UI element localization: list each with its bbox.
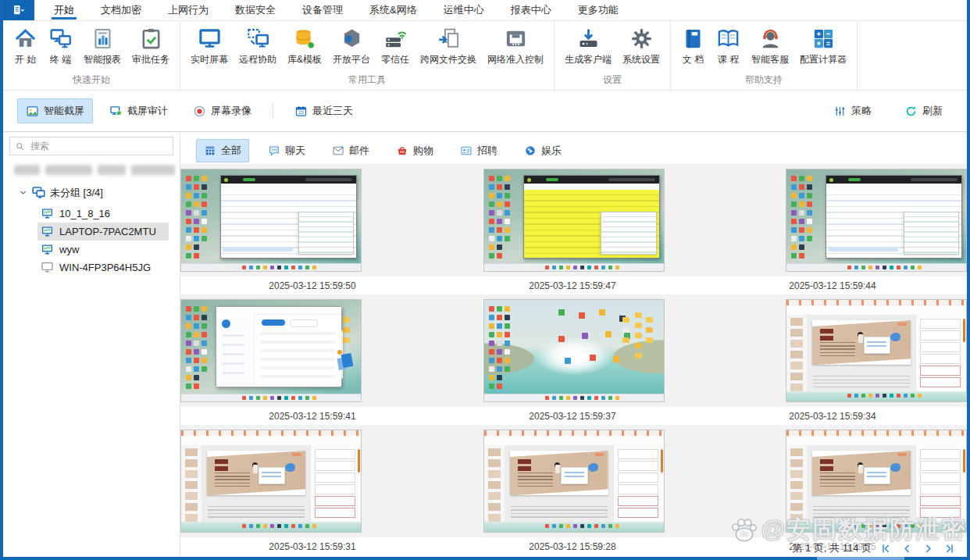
window-sidebar [216, 314, 255, 387]
ribbon-button[interactable]: 远程协助 [234, 23, 282, 66]
ribbon-button-label: 系统设置 [622, 53, 660, 66]
menu-item[interactable]: 文档加密 [87, 0, 155, 20]
ribbon-button[interactable]: 开放平台 [327, 23, 376, 66]
slide-logo [292, 453, 301, 456]
filter-button[interactable]: 娱乐 [516, 139, 569, 162]
last-page-button[interactable] [943, 542, 956, 555]
template-pane [915, 315, 966, 392]
toolbar-button[interactable]: 截屏审计 [101, 98, 177, 123]
slide-thumbnail-pane [786, 315, 808, 392]
previous-page-button[interactable] [900, 542, 914, 555]
toolbar-button[interactable]: 刷新 [896, 98, 951, 123]
terminal-list: 10_1_8_16LAPTOP-7PAC2MTUwywWIN-4FP3P64H5… [3, 205, 180, 276]
toolbar-button[interactable]: 屏幕录像 [184, 98, 260, 123]
ribbon-button[interactable]: 开 始 [8, 23, 43, 66]
app-menu-button[interactable] [3, 0, 34, 20]
file-manager-window [523, 175, 660, 259]
filter-button[interactable]: 购物 [388, 139, 441, 162]
taskbar-icons [545, 396, 549, 400]
side-panel [904, 212, 959, 255]
tree-group-ungrouped[interactable]: 未分组 [3/4] [3, 180, 180, 205]
screenshot-thumbnail[interactable] [786, 299, 967, 402]
fun-icon [524, 144, 537, 157]
slide-card [864, 467, 891, 485]
toolbar-button[interactable]: 23最近三天 [286, 98, 362, 123]
filter-button[interactable]: 全部 [196, 139, 249, 162]
ribbon-button[interactable]: 智能客服 [746, 23, 794, 66]
cartoon-figure-body [253, 465, 258, 473]
slide-logo [594, 453, 604, 456]
ribbon-button[interactable]: 实时屏幕 [185, 23, 234, 66]
desktop-folder-icons [635, 312, 642, 318]
menu-item[interactable]: 运维中心 [430, 0, 497, 20]
ribbon-button[interactable]: 配置计算器 [794, 23, 852, 66]
screenshot-thumbnail[interactable] [180, 169, 362, 272]
home-icon [13, 27, 37, 51]
menu-item[interactable]: 数据安全 [222, 0, 289, 20]
ribbon-button-label: 生成客户端 [565, 53, 612, 66]
taskbar [484, 394, 664, 401]
ribbon-button-label: 网络准入控制 [487, 53, 544, 66]
terminal-tree-item[interactable]: LAPTOP-7PAC2MTU [37, 223, 169, 241]
first-page-button[interactable] [879, 542, 893, 555]
next-page-button[interactable] [922, 542, 935, 555]
toolbar-button-label: 策略 [851, 104, 872, 118]
toolbar-button[interactable]: 策略 [825, 98, 880, 123]
horizontal-scrollbar-thumb[interactable] [817, 557, 904, 560]
ribbon-button[interactable]: 零信任 [376, 23, 415, 66]
ribbon-button[interactable]: 终 端 [43, 23, 78, 66]
ribbon-button[interactable]: 课 程 [711, 23, 746, 66]
ribbon-button[interactable]: 跨网文件交换 [415, 23, 482, 66]
menu-item[interactable]: 报表中心 [497, 0, 565, 20]
window-border-left [0, 0, 3, 560]
sidebar-items [223, 334, 244, 380]
thumbnail-timestamp: 2025-03-12 15:59:37 [482, 411, 663, 422]
ribbon-button[interactable]: 智能报表 [78, 23, 127, 66]
screenshot-thumbnail[interactable] [786, 169, 967, 272]
desktop-icons-center [558, 309, 565, 316]
ribbon-button[interactable]: 系统设置 [617, 23, 665, 66]
search-icon [15, 141, 25, 152]
taskbar-icons [242, 524, 246, 528]
redacted-block [98, 165, 127, 175]
search-pill [290, 319, 318, 327]
search-input[interactable] [29, 140, 168, 152]
screenshot-thumbnail[interactable] [786, 430, 967, 533]
redacted-block [131, 165, 175, 175]
filter-button[interactable]: 聊天 [260, 139, 313, 162]
menu-item[interactable]: 上网行为 [155, 0, 222, 20]
ribbon-button[interactable]: 文 档 [676, 23, 711, 66]
menu-item[interactable]: 更多功能 [565, 0, 632, 20]
terminal-name: WIN-4FP3P64H5JG [59, 262, 151, 273]
screenshot-thumbnail[interactable] [483, 169, 665, 272]
slide-canvas [807, 445, 916, 523]
menu-item[interactable]: 设备管理 [289, 0, 356, 20]
ribbon-button[interactable]: 审批任务 [127, 23, 175, 66]
ribbon-group: 生成客户端系统设置设置 [555, 20, 671, 90]
ribbon-button-label: 课 程 [718, 53, 739, 66]
ribbon-button[interactable]: 网络准入控制 [482, 23, 549, 66]
filter-button[interactable]: 邮件 [324, 139, 377, 162]
screenshot-thumbnail[interactable] [180, 299, 362, 402]
platform-icon [340, 27, 364, 51]
terminal-online-icon [41, 243, 54, 256]
terminal-tree-item[interactable]: WIN-4FP3P64H5JG [37, 259, 169, 276]
screenshot-thumbnail[interactable] [483, 299, 665, 402]
titlebar-text [608, 178, 655, 181]
menu-item[interactable]: 开始 [41, 0, 87, 20]
filter-button[interactable]: 招聘 [452, 139, 505, 162]
terminal-tree-item[interactable]: 10_1_8_16 [37, 205, 169, 223]
screenshot-thumbnail[interactable] [180, 430, 362, 533]
redacted-tree-root[interactable] [14, 165, 175, 175]
template-pane [613, 445, 664, 523]
openbook-icon [716, 27, 740, 51]
toolbar-button[interactable]: 智能截屏 [17, 98, 93, 123]
ribbon-button[interactable]: 库&模板 [282, 23, 327, 66]
terminal-tree-item[interactable]: wyw [37, 241, 169, 259]
screenshot-thumbnail[interactable] [483, 430, 665, 533]
taskbar-icons [242, 396, 246, 400]
menu-item[interactable]: 系统&网络 [356, 0, 430, 20]
ribbon-button[interactable]: 生成客户端 [559, 23, 617, 66]
slide-title [820, 329, 833, 341]
slide-body-text [215, 473, 250, 489]
